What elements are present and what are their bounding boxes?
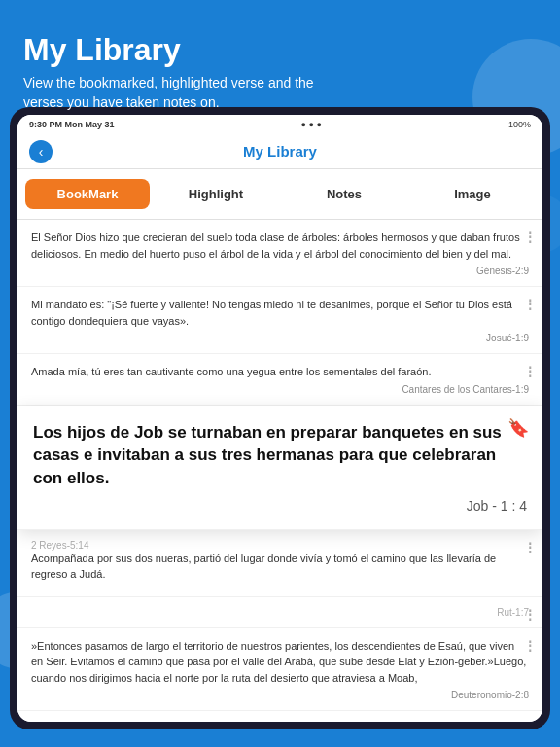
- verse-item: Rut-1:7 ⋮: [18, 597, 542, 628]
- app-header-title: My Library: [243, 143, 317, 160]
- verse-text: El Señor Dios hizo que crecieran del sue…: [31, 230, 529, 262]
- bookmark-icon: 🔖: [508, 417, 529, 439]
- verse-item: 2 Reyes-5:14 Acompañada por sus dos nuer…: [18, 530, 542, 597]
- tab-highlight[interactable]: Highlight: [154, 179, 278, 209]
- verse-reference: Josué-1:9: [31, 333, 529, 343]
- verse-reference: Rut-1:7: [31, 607, 529, 618]
- tablet-wrapper: 9:30 PM Mon May 31 ● ● ● 100% ‹ My Libra…: [10, 107, 550, 747]
- page-header: My Library View the bookmarked, highligh…: [0, 0, 560, 128]
- verse-header-ref: 2 Reyes-5:14: [31, 540, 529, 551]
- verse-menu-icon[interactable]: ⋮: [523, 607, 537, 622]
- verse-item: Destruimos por completo el reino de Basá…: [18, 711, 542, 722]
- verse-text: Amada mía, tú eres tan cautivante como u…: [31, 364, 529, 380]
- highlighted-verse-card: 🔖 Los hijos de Job se turnaban en prepar…: [18, 406, 542, 530]
- verse-text: »Entonces pasamos de largo el territorio…: [31, 638, 529, 687]
- verse-menu-icon[interactable]: ⋮: [523, 721, 537, 722]
- verse-menu-icon[interactable]: ⋮: [523, 230, 537, 245]
- verse-item: El Señor Dios hizo que crecieran del sue…: [18, 220, 542, 287]
- tab-image[interactable]: Image: [410, 179, 535, 209]
- highlighted-verse-text: Los hijos de Job se turnaban en preparar…: [33, 421, 527, 490]
- tablet-screen: 9:30 PM Mon May 31 ● ● ● 100% ‹ My Libra…: [18, 115, 542, 722]
- app-header-bar: ‹ My Library: [18, 134, 542, 169]
- verse-menu-icon[interactable]: ⋮: [523, 638, 537, 654]
- verse-menu-icon[interactable]: ⋮: [523, 540, 537, 555]
- verse-reference: Cantares de los Cantares-1:9: [31, 384, 529, 395]
- verse-menu-icon[interactable]: ⋮: [523, 297, 537, 312]
- verse-reference: Génesis-2:9: [31, 266, 529, 276]
- tab-bookmark[interactable]: BookMark: [25, 179, 150, 209]
- page-title: My Library: [23, 31, 537, 68]
- verse-text: Mi mandato es: "¡Sé fuerte y valiente! N…: [31, 297, 529, 329]
- verse-reference: Deuteronomio-2:8: [31, 690, 529, 700]
- tab-bar: BookMark Highlight Notes Image: [18, 169, 542, 220]
- verse-item: Amada mía, tú eres tan cautivante como u…: [18, 354, 542, 406]
- back-button[interactable]: ‹: [29, 140, 52, 163]
- tablet-device: 9:30 PM Mon May 31 ● ● ● 100% ‹ My Libra…: [10, 107, 550, 729]
- verse-text: Destruimos por completo el reino de Basá…: [31, 721, 529, 722]
- verse-menu-icon[interactable]: ⋮: [523, 364, 537, 379]
- tab-notes[interactable]: Notes: [282, 179, 406, 209]
- content-area[interactable]: El Señor Dios hizo que crecieran del sue…: [18, 220, 542, 722]
- back-icon: ‹: [39, 144, 44, 160]
- verse-item: Mi mandato es: "¡Sé fuerte y valiente! N…: [18, 287, 542, 354]
- highlighted-verse-reference: Job - 1 : 4: [33, 498, 527, 514]
- verse-text: Acompañada por sus dos nueras, partió de…: [31, 551, 529, 583]
- page-subtitle: View the bookmarked, highlighted verse a…: [23, 74, 334, 112]
- verse-item: »Entonces pasamos de largo el territorio…: [18, 628, 542, 712]
